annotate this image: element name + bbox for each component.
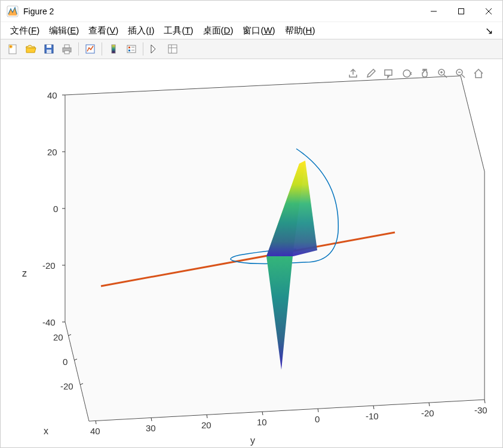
svg-line-26 — [444, 75, 447, 78]
z-tick: 40 — [47, 90, 57, 100]
print-button[interactable] — [59, 41, 75, 57]
zoom-in-icon[interactable] — [435, 66, 450, 81]
property-editor-button[interactable] — [164, 41, 181, 57]
svg-rect-8 — [47, 45, 51, 48]
export-icon[interactable] — [346, 66, 360, 81]
axes-toolbar — [346, 66, 486, 81]
svg-line-54 — [484, 400, 485, 403]
insert-colorbar-button[interactable] — [105, 41, 122, 57]
close-button[interactable] — [475, 1, 502, 22]
dock-icon[interactable]: ↘ — [485, 25, 498, 36]
svg-rect-23 — [385, 70, 392, 75]
z-tick: 0 — [53, 204, 58, 214]
svg-rect-9 — [47, 50, 51, 53]
z-axis-label: z — [22, 268, 27, 279]
toolbar — [1, 39, 502, 59]
svg-line-50 — [262, 412, 263, 415]
rotate-icon[interactable] — [400, 66, 414, 81]
menu-edit[interactable]: 编辑(E) — [44, 24, 84, 38]
menu-help[interactable]: 帮助(H) — [280, 24, 320, 38]
menu-view[interactable]: 查看(V) — [84, 24, 123, 38]
maximize-button[interactable] — [447, 1, 475, 22]
brush-icon[interactable] — [364, 66, 378, 81]
link-plot-button[interactable] — [82, 41, 99, 57]
y-tick: 0 — [315, 414, 320, 424]
svg-line-48 — [151, 418, 152, 421]
y-axis-label: y — [250, 435, 255, 446]
app-icon — [7, 5, 19, 17]
y-tick: 30 — [146, 423, 156, 433]
edit-plot-button[interactable] — [146, 41, 163, 57]
window-title: Figure 2 — [23, 7, 420, 16]
y-tick: 10 — [257, 417, 267, 427]
title-bar: Figure 2 — [1, 1, 502, 22]
home-icon[interactable] — [471, 66, 486, 81]
pan-icon[interactable] — [418, 66, 432, 81]
svg-line-53 — [429, 403, 430, 406]
axes-3d[interactable]: z x y 40 20 0 -20 -40 20 0 -20 40 30 20 … — [1, 59, 502, 447]
svg-rect-14 — [112, 45, 115, 53]
y-tick: -20 — [421, 408, 434, 418]
x-tick: 20 — [53, 332, 63, 342]
toolbar-separator — [78, 42, 79, 56]
menu-window[interactable]: 窗口(W) — [238, 24, 280, 38]
menu-file[interactable]: 文件(F) — [5, 24, 44, 38]
x-tick: 0 — [63, 357, 68, 367]
svg-point-24 — [403, 70, 410, 77]
new-figure-button[interactable] — [5, 41, 22, 57]
minimize-button[interactable] — [420, 1, 447, 22]
svg-line-49 — [207, 415, 207, 418]
svg-line-52 — [373, 406, 374, 409]
z-tick: -40 — [42, 317, 56, 327]
window-controls — [420, 1, 502, 22]
zoom-out-icon[interactable] — [453, 66, 468, 81]
svg-rect-20 — [168, 45, 177, 53]
figure-area[interactable]: z x y 40 20 0 -20 -40 20 0 -20 40 30 20 … — [1, 59, 502, 447]
svg-line-47 — [96, 421, 96, 424]
y-tick: -30 — [474, 405, 487, 415]
svg-rect-12 — [65, 51, 69, 54]
x-tick: -20 — [60, 381, 73, 391]
menu-bar: 文件(F) 编辑(E) 查看(V) 插入(I) 工具(T) 桌面(D) 窗口(W… — [1, 22, 502, 39]
svg-rect-15 — [127, 45, 136, 53]
plot-svg — [1, 59, 503, 448]
svg-rect-2 — [459, 8, 464, 14]
y-tick: -10 — [366, 411, 379, 421]
save-button[interactable] — [41, 41, 57, 57]
insert-legend-button[interactable] — [123, 41, 140, 57]
svg-rect-17 — [128, 50, 130, 51]
toolbar-separator — [143, 42, 143, 56]
open-button[interactable] — [23, 41, 39, 57]
svg-rect-16 — [128, 47, 130, 48]
datatips-icon[interactable] — [382, 66, 396, 81]
y-tick: 40 — [90, 426, 100, 436]
svg-line-30 — [462, 75, 465, 78]
x-axis-label: x — [44, 426, 48, 437]
menu-tools[interactable]: 工具(T) — [159, 24, 198, 38]
z-tick: -20 — [42, 260, 56, 271]
y-tick: 20 — [201, 420, 211, 430]
svg-rect-11 — [65, 45, 69, 48]
menu-desktop[interactable]: 桌面(D) — [198, 24, 238, 38]
svg-line-51 — [318, 409, 318, 412]
z-tick: 20 — [47, 147, 57, 157]
toolbar-separator — [102, 42, 102, 56]
menu-insert[interactable]: 插入(I) — [123, 24, 159, 38]
